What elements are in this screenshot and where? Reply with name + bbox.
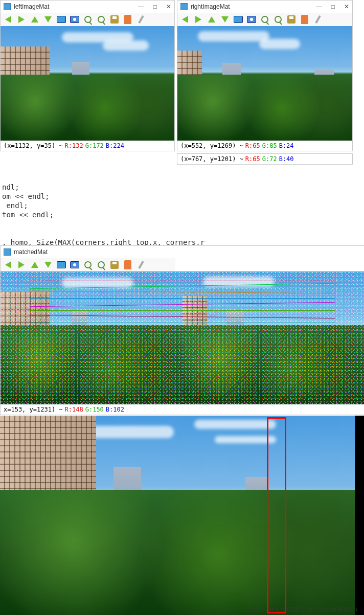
- arrow-right-icon[interactable]: [16, 259, 27, 270]
- pixel-r: R:65: [245, 142, 260, 149]
- pixel-coords: (x=1132, y=35) ~: [4, 142, 63, 149]
- window-title: leftImageMat: [14, 3, 49, 10]
- keypoints-overlay: [1, 271, 183, 404]
- zoom-out-icon[interactable]: [96, 259, 107, 270]
- window-leftImageMat: leftImageMat — □ ✕ (x=1132, y=35) ~ R:13…: [0, 0, 175, 151]
- arrow-down-icon[interactable]: [219, 14, 231, 25]
- pixel-r: R:132: [65, 142, 83, 149]
- arrow-left-icon[interactable]: [179, 14, 191, 25]
- brush-icon[interactable]: [135, 259, 147, 270]
- pixel-b: B:102: [106, 406, 124, 413]
- stitched-result: [0, 416, 364, 615]
- brush-icon[interactable]: [312, 14, 324, 25]
- seam-highlight-box: [267, 417, 286, 613]
- maximize-button[interactable]: □: [153, 3, 157, 10]
- window-matchedMat: matchedMat: [0, 245, 364, 415]
- window-warped: (x=767, y=1201) ~ R:65 G:72 B:40: [177, 153, 353, 165]
- image-view[interactable]: [177, 26, 352, 141]
- arrow-down-icon[interactable]: [42, 14, 54, 25]
- keypoints-overlay: [183, 271, 365, 404]
- toolbar: [1, 13, 174, 26]
- clipboard-icon[interactable]: [122, 259, 133, 270]
- pixel-b: B:40: [279, 155, 294, 163]
- titlebar[interactable]: matchedMat: [1, 246, 175, 258]
- pixel-r: R:65: [245, 155, 260, 163]
- arrow-up-icon[interactable]: [29, 259, 40, 270]
- zoom-out-icon[interactable]: [96, 14, 107, 25]
- camera-icon[interactable]: [69, 14, 80, 25]
- app-icon: [4, 248, 11, 256]
- window-title: rightImageMat: [191, 3, 230, 10]
- fit-screen-icon[interactable]: [56, 14, 67, 25]
- minimize-button[interactable]: —: [316, 3, 322, 10]
- pixel-coords: x=153, y=1231) ~: [4, 406, 63, 413]
- zoom-in-icon[interactable]: [82, 14, 94, 25]
- fit-screen-icon[interactable]: [233, 14, 244, 25]
- titlebar[interactable]: leftImageMat — □ ✕: [1, 1, 174, 13]
- minimize-button[interactable]: —: [138, 3, 144, 10]
- pixel-g: G:85: [262, 142, 277, 149]
- fit-screen-icon[interactable]: [56, 259, 67, 270]
- status-bar: (x=767, y=1201) ~ R:65 G:72 B:40: [177, 154, 352, 164]
- clipboard-icon[interactable]: [122, 14, 133, 25]
- app-icon: [180, 3, 188, 10]
- status-bar: (x=552, y=1269) ~ R:65 G:85 B:24: [177, 141, 352, 151]
- titlebar[interactable]: rightImageMat — □ ✕: [177, 1, 352, 13]
- pixel-g: G:72: [262, 155, 277, 163]
- arrow-right-icon[interactable]: [16, 14, 27, 25]
- close-button[interactable]: ✕: [166, 3, 171, 10]
- pixel-g: G:172: [85, 142, 104, 149]
- pixel-g: G:150: [85, 406, 104, 413]
- window-title: matchedMat: [14, 248, 48, 256]
- arrow-down-icon[interactable]: [42, 259, 54, 270]
- image-view[interactable]: [1, 26, 174, 141]
- arrow-up-icon[interactable]: [29, 14, 40, 25]
- save-icon[interactable]: [109, 259, 120, 270]
- app-icon: [4, 3, 11, 10]
- clipboard-icon[interactable]: [299, 14, 310, 25]
- pixel-b: B:24: [279, 142, 294, 149]
- save-icon[interactable]: [286, 14, 297, 25]
- arrow-left-icon[interactable]: [3, 259, 14, 270]
- window-rightImageMat: rightImageMat — □ ✕ (x=552, y=1269) ~ R: [177, 0, 353, 151]
- arrow-left-icon[interactable]: [3, 14, 14, 25]
- camera-icon[interactable]: [246, 14, 257, 25]
- save-icon[interactable]: [109, 14, 120, 25]
- pixel-r: R:148: [65, 406, 83, 413]
- pixel-coords: (x=767, y=1201) ~: [180, 155, 243, 163]
- camera-icon[interactable]: [69, 259, 80, 270]
- close-button[interactable]: ✕: [344, 3, 349, 10]
- toolbar: [177, 13, 352, 26]
- brush-icon[interactable]: [135, 14, 147, 25]
- status-bar: x=153, y=1231) ~ R:148 G:150 B:102: [1, 404, 364, 415]
- matched-image[interactable]: [1, 271, 364, 404]
- pixel-b: B:224: [106, 142, 124, 149]
- watermark: CSDN @长沙红胖子Qt（长沙创微智科）: [249, 605, 361, 614]
- toolbar: [1, 258, 175, 271]
- maximize-button[interactable]: □: [331, 3, 335, 10]
- status-bar: (x=1132, y=35) ~ R:132 G:172 B:224: [1, 141, 174, 151]
- arrow-up-icon[interactable]: [206, 14, 217, 25]
- pixel-coords: (x=552, y=1269) ~: [180, 142, 243, 149]
- zoom-in-icon[interactable]: [259, 14, 270, 25]
- zoom-out-icon[interactable]: [272, 14, 284, 25]
- arrow-right-icon[interactable]: [193, 14, 204, 25]
- zoom-in-icon[interactable]: [82, 259, 94, 270]
